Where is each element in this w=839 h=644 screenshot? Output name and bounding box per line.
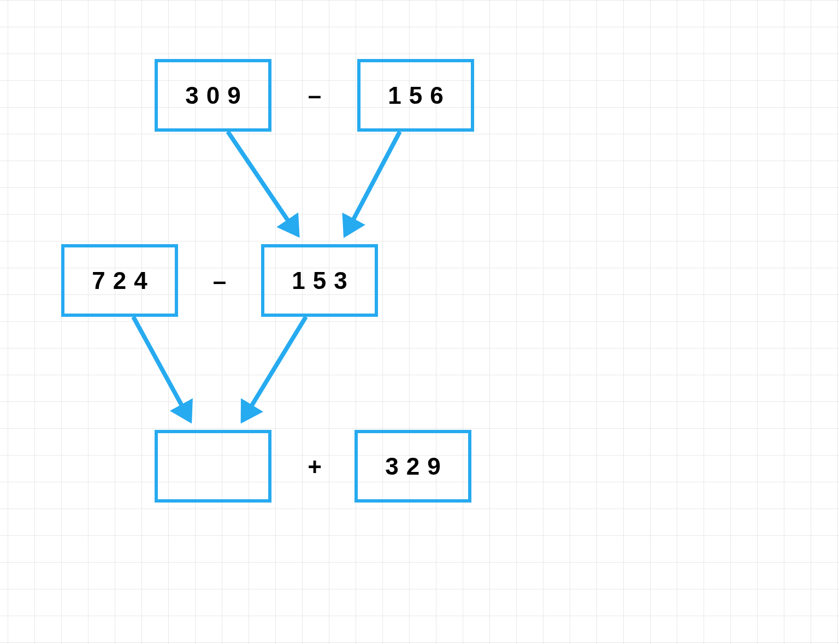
value-row2-left: 724	[92, 267, 155, 294]
box-row3-right: 329	[354, 430, 471, 503]
op-row1: –	[301, 82, 328, 109]
diagram-canvas: 309 – 156 724 – 153 + 329	[0, 0, 839, 644]
box-row1-left: 309	[155, 59, 271, 132]
box-row2-left: 724	[61, 244, 178, 317]
value-row1-right: 156	[388, 82, 451, 109]
arrow-r1right-to-r2right	[345, 132, 400, 235]
value-row2-right: 153	[292, 267, 354, 294]
arrow-r2right-to-r3left	[243, 317, 306, 421]
op-row2: –	[206, 268, 233, 295]
arrow-r1left-to-r2right	[228, 132, 298, 235]
value-row3-right: 329	[385, 453, 448, 480]
box-row1-right: 156	[357, 59, 474, 132]
box-row2-right: 153	[261, 244, 378, 317]
box-row3-left	[155, 430, 271, 503]
op-row3: +	[301, 453, 328, 481]
value-row1-left: 309	[185, 82, 248, 109]
arrow-r2left-to-r3left	[133, 317, 190, 421]
